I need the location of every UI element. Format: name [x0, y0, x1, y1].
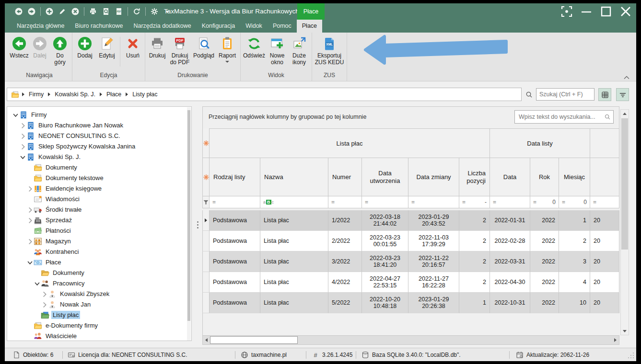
- tree-item-sklep-spozywczy-kowalska-janina[interactable]: Sklep Spożywczy Kowalska Janina: [7, 141, 191, 151]
- band-header-lista-plac[interactable]: Lista płac: [210, 128, 490, 158]
- maximize-icon[interactable]: [600, 6, 612, 17]
- filter-cell-miesiac[interactable]: =0: [559, 196, 590, 208]
- tree-item-dokumenty[interactable]: Dokumenty: [7, 162, 191, 172]
- ribbon-button-duze-ikony[interactable]: Dużeikony: [288, 35, 310, 66]
- qat-print-icon[interactable]: [89, 7, 97, 16]
- chevron-collapsed-icon[interactable]: [19, 143, 26, 149]
- chevron-collapsed-icon[interactable]: [26, 185, 34, 191]
- tree-item-pracownicy[interactable]: Pracownicy: [7, 278, 191, 288]
- chevron-expanded-icon[interactable]: [34, 280, 41, 286]
- qat-cancel-icon[interactable]: [71, 7, 80, 16]
- column-header-data-utworzenia[interactable]: Data utworzenia: [362, 158, 408, 196]
- tab-biuro-rachunkowe[interactable]: Biuro rachunkowe: [70, 20, 128, 33]
- tree-item-nowak-jan[interactable]: Nowak Jan: [7, 299, 191, 309]
- tree-item-firmy[interactable]: Firmy: [7, 109, 191, 120]
- filter-cell-rodzaj-listy[interactable]: =: [210, 196, 260, 208]
- column-header-rok[interactable]: Rok: [530, 158, 559, 196]
- tab-narzedzia-glowne[interactable]: Narzędzia główne: [12, 20, 70, 33]
- vertical-scrollbar[interactable]: [620, 109, 629, 335]
- vertical-scroll-thumb[interactable]: [621, 118, 628, 250]
- tree-item-magazyn[interactable]: Magazyn: [7, 236, 191, 246]
- tree-item-sprzedaz[interactable]: Sprzedaż: [7, 215, 191, 225]
- table-row[interactable]: PodstawowaLista płac5/20222022-10-2010:4…: [202, 293, 619, 313]
- ribbon-button-podglad[interactable]: Podgląd: [192, 35, 216, 59]
- filter-cell-data-utworzenia[interactable]: =: [362, 196, 408, 208]
- filter-cell-data-zmiany[interactable]: =: [408, 196, 459, 208]
- tree-item-srodki-trwale[interactable]: Środki trwałe: [7, 204, 191, 215]
- filter-cell-liczba-pozycji[interactable]: =-: [459, 196, 490, 208]
- chevron-collapsed-icon[interactable]: [41, 301, 48, 307]
- qat-forward-icon[interactable]: [27, 7, 36, 16]
- chevron-expanded-icon[interactable]: [12, 112, 19, 117]
- ribbon-button-wstecz[interactable]: Wstecz: [8, 35, 30, 59]
- focus-mode-icon[interactable]: [561, 6, 572, 17]
- ribbon-button-dodaj[interactable]: Dodaj: [74, 35, 96, 59]
- chevron-collapsed-icon[interactable]: [41, 291, 48, 296]
- column-header-data[interactable]: Data: [490, 158, 530, 196]
- minimize-icon[interactable]: [581, 6, 592, 17]
- tree-item-ewidencje-ksiegowe[interactable]: Ewidencje księgowe: [7, 183, 191, 193]
- tree-item-wiadomosci[interactable]: Wiadomości: [7, 193, 191, 204]
- grid-search-input[interactable]: [514, 110, 614, 124]
- chevron-collapsed-icon[interactable]: [19, 122, 26, 128]
- breadcrumb-item-listy-plac[interactable]: Listy płac: [130, 91, 160, 98]
- tree-item-platnosci[interactable]: Płatności: [7, 225, 191, 236]
- chevron-collapsed-icon[interactable]: [26, 206, 34, 212]
- tree-scrollbar[interactable]: [187, 107, 191, 341]
- column-header-numer[interactable]: Numer: [328, 158, 362, 196]
- close-icon[interactable]: [620, 6, 631, 17]
- tab-narzedzia-dodatkowe[interactable]: Narzędzia dodatkowe: [128, 20, 196, 33]
- contextual-tab-header[interactable]: Płace: [297, 3, 325, 20]
- tree-item-neonet-consulting-s-c[interactable]: NEONET CONSULTING S.C.: [7, 130, 191, 141]
- chevron-collapsed-icon[interactable]: [26, 217, 34, 223]
- scroll-down-icon[interactable]: [621, 327, 629, 335]
- filter-cell-numer[interactable]: =: [328, 196, 362, 208]
- column-header-miesiac[interactable]: Miesiąc: [559, 158, 590, 196]
- ribbon-button-eksportuj-zus-kedu[interactable]: XMLEksportujZUS KEDU: [314, 35, 345, 66]
- chevron-collapsed-icon[interactable]: [19, 133, 26, 138]
- splitter-handle[interactable]: [194, 106, 202, 341]
- tree-item-dokumenty[interactable]: Dokumenty: [7, 267, 191, 278]
- qat-preview-icon[interactable]: [102, 7, 110, 16]
- qat-pdf-icon[interactable]: PDF: [115, 7, 123, 16]
- qat-add-icon[interactable]: [45, 7, 54, 16]
- column-header-liczba-pozycji[interactable]: Liczba pozycji: [459, 158, 490, 196]
- tree-item-biuro-rachunkowe-jan-nowak[interactable]: Biuro Rachunkowe Jan Nowak: [7, 120, 191, 130]
- filter-button[interactable]: [616, 88, 629, 101]
- ribbon-button-do-gory[interactable]: Dogóry: [49, 35, 70, 66]
- grid-view-button[interactable]: [598, 88, 611, 101]
- tree-item-wlasciciele[interactable]: Właściciele: [7, 330, 191, 341]
- resize-grip-icon[interactable]: [627, 352, 635, 359]
- qat-edit-icon[interactable]: [58, 7, 67, 16]
- tab-pomoc[interactable]: Pomoc: [268, 20, 297, 33]
- table-row[interactable]: PodstawowaLista płac1/20222022-03-1821:4…: [202, 210, 619, 231]
- chevron-collapsed-icon[interactable]: [26, 238, 34, 244]
- tab-place[interactable]: Płace: [297, 20, 322, 33]
- qat-settings-icon[interactable]: [150, 7, 159, 16]
- horizontal-scroll-thumb[interactable]: [210, 336, 298, 344]
- column-header-nazwa[interactable]: Nazwa: [260, 158, 328, 196]
- band-header-cut[interactable]: [590, 128, 619, 158]
- tree-item-place[interactable]: Płace: [7, 257, 191, 267]
- table-row[interactable]: PodstawowaLista płac4/20222022-04-2722:5…: [202, 272, 619, 293]
- column-header-rodzaj-listy[interactable]: Rodzaj listy: [210, 158, 260, 196]
- tree-item-listy-plac[interactable]: Listy płac: [7, 309, 191, 320]
- filter-cell-data[interactable]: =: [490, 196, 530, 208]
- qat-back-icon[interactable]: [14, 7, 23, 16]
- chevron-expanded-icon[interactable]: [26, 259, 34, 265]
- ribbon-button-raport[interactable]: Raport: [216, 35, 239, 63]
- column-header-data-zmiany[interactable]: Data zmiany: [408, 158, 459, 196]
- breadcrumb-item-place[interactable]: Płace: [104, 91, 124, 98]
- tab-konfiguracja[interactable]: Konfiguracja: [197, 20, 241, 33]
- ribbon-button-edytuj[interactable]: Edytuj: [96, 35, 118, 59]
- tree-item-kowalski-sp-j[interactable]: Kowalski Sp. J.: [7, 151, 191, 162]
- breadcrumb-item-kowalski-sp-j[interactable]: Kowalski Sp. J.: [52, 91, 98, 98]
- tab-widok[interactable]: Widok: [240, 20, 268, 33]
- chevron-expanded-icon[interactable]: [19, 154, 26, 159]
- scroll-right-icon[interactable]: [612, 336, 619, 344]
- ribbon-button-usun[interactable]: Usuń: [122, 35, 143, 59]
- scroll-up-icon[interactable]: [621, 110, 629, 117]
- ribbon-collapse-chevron-icon[interactable]: [623, 73, 630, 78]
- ribbon-button-drukuj-do-pdf[interactable]: PDFDrukujdo PDF: [168, 35, 192, 66]
- tree-item-kowalski-zbyszek[interactable]: Kowalski Zbyszek: [7, 288, 191, 299]
